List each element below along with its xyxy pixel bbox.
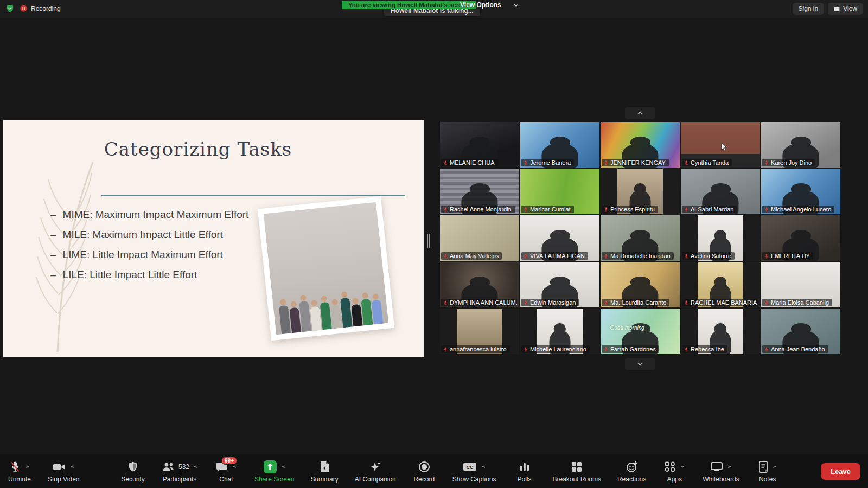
participant-name-tag: Anna Jean Bendaño (762, 345, 828, 353)
recording-indicator[interactable]: Recording (20, 4, 61, 12)
share-screen-button[interactable]: Share Screen (254, 460, 294, 483)
show-captions-button[interactable]: CCShow Captions (452, 460, 496, 483)
participant-name: Michael Angelo Lucero (771, 206, 831, 213)
participant-tile[interactable]: Maria Eloisa Cabanlig (761, 262, 840, 307)
caret-up-icon[interactable] (680, 464, 685, 470)
participant-tile[interactable]: Ma. Lourdita Caranto (601, 262, 680, 307)
participant-name-tag: RACHEL MAE BANARIA (682, 299, 758, 306)
muted-mic-icon (764, 253, 769, 259)
sign-in-button[interactable]: Sign in (793, 3, 824, 15)
participant-name: Cynthia Tanda (691, 159, 729, 166)
participant-name: Al-Sabri Mardan (691, 206, 733, 213)
captions-icon: CC (462, 461, 477, 473)
encryption-shield-icon[interactable] (5, 4, 15, 13)
muted-mic-icon (443, 207, 448, 213)
muted-mic-icon (443, 253, 448, 259)
notes-button[interactable]: Notes (756, 460, 780, 483)
participant-tile[interactable]: Michelle Laurenciano (520, 309, 599, 354)
muted-mic-icon (523, 160, 528, 166)
muted-mic-icon (764, 300, 769, 306)
shared-screen-slide: Categorizing Tasks –MIME: Maximum Impact… (3, 120, 424, 357)
participant-tile[interactable]: Anna May Vallejos (440, 215, 519, 261)
participant-name: JENNIFER KENGAY (610, 159, 666, 166)
participant-tile[interactable]: Good morningFarrah Gardones (601, 309, 680, 354)
grid-scroll-down-button[interactable] (625, 358, 655, 370)
caret-up-icon[interactable] (232, 464, 237, 470)
caret-up-icon[interactable] (772, 464, 777, 470)
participant-tile[interactable]: Anna Jean Bendaño (761, 309, 840, 354)
panel-resize-handle[interactable] (427, 234, 431, 248)
security-button[interactable]: Security (121, 460, 145, 483)
participant-tile[interactable]: annafrancesca luistro (440, 309, 519, 354)
caret-up-icon[interactable] (69, 464, 75, 470)
participant-tile[interactable]: EMERLITA UY (761, 215, 840, 261)
leave-button[interactable]: Leave (821, 463, 860, 480)
participant-name-tag: Edwin Marasigan (521, 299, 579, 306)
polls-icon (519, 461, 531, 473)
participant-tile[interactable]: Michael Angelo Lucero (761, 169, 840, 214)
grid-scroll-up-button[interactable] (625, 107, 655, 119)
record-button[interactable]: Record (412, 460, 436, 483)
participant-name: Princess Espiritu (610, 206, 655, 213)
chat-button[interactable]: 99+Chat (214, 460, 238, 483)
participants-count: 532 (178, 463, 189, 471)
participant-tile[interactable]: Rachel Anne Monjardin (440, 169, 519, 214)
participant-tile[interactable]: Edwin Marasigan (520, 262, 599, 307)
participant-tile[interactable]: Cynthia Tanda (681, 122, 760, 168)
polls-button[interactable]: Polls (513, 460, 537, 483)
unread-count-badge: 99+ (221, 457, 237, 465)
whiteboards-button[interactable]: Whiteboards (703, 460, 739, 483)
participant-name: EMERLITA UY (771, 253, 810, 259)
participants-button[interactable]: 532Participants (161, 460, 198, 483)
toolbar-center-group: Security532Participants99+ChatShare Scre… (121, 460, 780, 483)
participant-tile[interactable]: VIVA FATIMA LIGAN (520, 215, 599, 261)
participant-tile[interactable]: Maricar Cumlat (520, 169, 599, 214)
participant-name-tag: annafrancesca luistro (441, 345, 510, 353)
stop-video-button[interactable]: Stop Video (48, 460, 80, 483)
record-icon (418, 460, 431, 473)
recording-label: Recording (31, 5, 61, 12)
participant-name-tag: Maricar Cumlat (521, 206, 574, 213)
apps-button[interactable]: Apps (662, 460, 686, 483)
view-button[interactable]: View (828, 3, 863, 15)
toolbar-item-label: Participants (163, 476, 197, 483)
caret-up-icon[interactable] (481, 464, 486, 470)
participant-name-tag: Cynthia Tanda (682, 159, 732, 166)
view-options-button[interactable]: View Options (460, 0, 519, 10)
muted-mic-icon (603, 207, 609, 213)
participant-name-tag: Michelle Laurenciano (521, 345, 590, 353)
participant-name-tag: EMERLITA UY (762, 252, 813, 260)
notes-icon (758, 460, 769, 473)
participant-tile[interactable]: Rebecca Ibe (681, 309, 760, 354)
ai-companion-button[interactable]: AI Companion (355, 460, 396, 483)
participant-name-tag: Anna May Vallejos (441, 252, 502, 260)
participant-tile[interactable]: Princess Espiritu (601, 169, 680, 214)
participant-name-tag: Karen Joy Dino (762, 159, 815, 166)
muted-mic-icon (684, 300, 689, 306)
ai-companion-icon (368, 460, 382, 474)
caret-up-icon[interactable] (193, 464, 198, 470)
reactions-button[interactable]: Reactions (617, 460, 646, 483)
muted-mic-icon (603, 300, 609, 306)
caret-up-icon[interactable] (727, 464, 732, 470)
participant-tile[interactable]: MELANIE CHUA (440, 122, 519, 168)
participant-tile[interactable]: Avelina Satorre (681, 215, 760, 261)
participant-name: Maria Eloisa Cabanlig (771, 299, 829, 306)
muted-mic-icon (523, 253, 528, 259)
caret-up-icon[interactable] (280, 464, 286, 470)
participant-tile[interactable]: JENNIFER KENGAY (601, 122, 680, 168)
caret-up-icon[interactable] (25, 464, 30, 470)
unmute-button[interactable]: Unmute (8, 460, 31, 483)
participant-tile[interactable]: RACHEL MAE BANARIA (681, 262, 760, 307)
summary-button[interactable]: Summary (310, 460, 338, 483)
participant-tile[interactable]: Ma Donabelle Inandan (601, 215, 680, 261)
participant-tile[interactable]: Al-Sabri Mardan (681, 169, 760, 214)
participant-name: VIVA FATIMA LIGAN (530, 253, 585, 259)
participant-tile[interactable]: Karen Joy Dino (761, 122, 840, 168)
participant-tile[interactable]: DYMPHNA ANN CALUM... (440, 262, 519, 307)
participant-name-tag: Michael Angelo Lucero (762, 206, 834, 213)
toolbar-left-group: UnmuteStop Video (8, 460, 80, 483)
participant-tile[interactable]: Jerome Banera (520, 122, 599, 168)
participant-name: DYMPHNA ANN CALUM... (450, 299, 517, 306)
breakout-rooms-button[interactable]: Breakout Rooms (553, 460, 601, 483)
